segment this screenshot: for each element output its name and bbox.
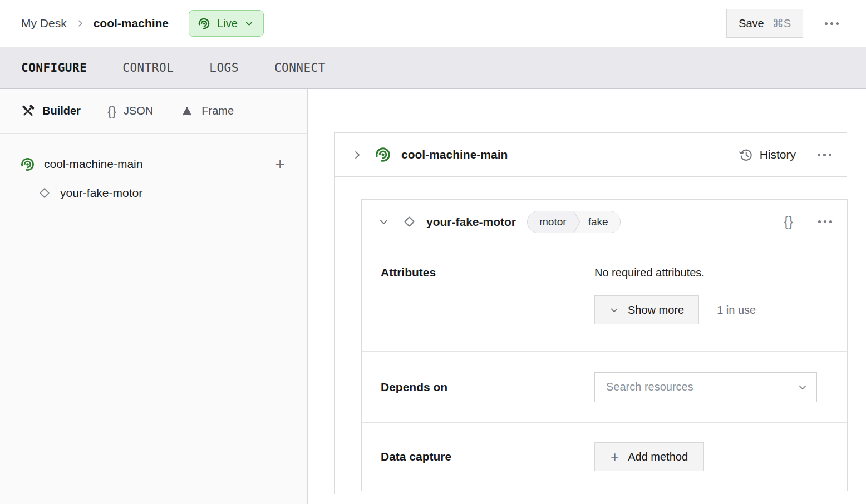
resource-tree: cool-machine-main + your-fake-motor <box>0 134 307 207</box>
tools-icon <box>21 104 35 118</box>
mode-frame-label: Frame <box>201 105 234 117</box>
attributes-section: Attributes No required attributes. Show … <box>362 244 847 351</box>
mode-frame[interactable]: Frame <box>180 104 234 118</box>
chevron-down-icon <box>244 19 254 28</box>
chevron-right-icon <box>76 19 85 28</box>
mode-builder-label: Builder <box>42 105 81 117</box>
search-resources-input[interactable] <box>606 381 798 393</box>
badge-divider <box>573 211 582 233</box>
plus-icon: + <box>611 449 619 464</box>
ellipsis-icon <box>824 22 839 26</box>
sidebar-mode-switcher: Builder {} JSON Frame <box>0 89 307 134</box>
tree-item-machine-part[interactable]: cool-machine-main + <box>0 150 307 179</box>
machine-part-icon <box>20 157 35 172</box>
component-title: your-fake-motor <box>426 215 516 229</box>
add-resource-button[interactable]: + <box>275 156 285 172</box>
show-more-label: Show more <box>628 304 684 317</box>
attributes-usage-text: 1 in use <box>717 304 756 317</box>
tree-item-component[interactable]: your-fake-motor <box>0 179 307 207</box>
tab-configure[interactable]: CONFIGURE <box>21 61 87 75</box>
save-shortcut-hint: ⌘S <box>772 17 791 30</box>
tree-root-label: cool-machine-main <box>44 157 142 171</box>
config-sidebar: Builder {} JSON Frame <box>0 89 308 504</box>
machine-part-card: cool-machine-main History <box>334 132 847 177</box>
history-icon <box>738 147 753 162</box>
ellipsis-icon <box>817 153 832 157</box>
component-card-menu-button[interactable] <box>818 220 833 224</box>
mode-builder[interactable]: Builder <box>21 104 81 118</box>
top-header: My Desk cool-machine Live Save ⌘S <box>0 0 866 47</box>
tree-connector-line <box>334 177 335 494</box>
config-main-panel: cool-machine-main History <box>308 89 866 504</box>
add-method-button[interactable]: + Add method <box>594 442 704 471</box>
tab-logs[interactable]: LOGS <box>209 61 239 75</box>
mode-json-label: JSON <box>124 105 153 117</box>
component-card-header: your-fake-motor motor fake {} <box>362 200 847 244</box>
breadcrumb-root-link[interactable]: My Desk <box>21 17 67 30</box>
component-diamond-icon <box>401 214 417 230</box>
header-overflow-menu-button[interactable] <box>824 22 839 26</box>
expand-chevron-right-icon[interactable] <box>352 150 362 160</box>
collapse-chevron-down-icon[interactable] <box>378 216 389 227</box>
show-more-button[interactable]: Show more <box>594 295 699 324</box>
add-method-label: Add method <box>628 451 688 463</box>
machine-part-icon <box>375 146 391 163</box>
save-button[interactable]: Save ⌘S <box>726 9 803 38</box>
machine-live-icon <box>198 17 210 30</box>
data-capture-label: Data capture <box>381 448 594 465</box>
component-diamond-icon <box>37 185 52 201</box>
primary-nav-tabs: CONFIGURE CONTROL LOGS CONNECT <box>0 47 866 89</box>
breadcrumb: My Desk cool-machine <box>21 17 169 30</box>
component-type-badge: motor fake <box>527 211 621 233</box>
depends-on-label: Depends on <box>381 379 594 396</box>
component-card: your-fake-motor motor fake {} Attributes <box>361 199 848 491</box>
chevron-down-icon <box>609 305 619 315</box>
select-chevron-down-icon <box>798 382 808 392</box>
attributes-empty-text: No required attributes. <box>594 264 756 281</box>
history-button[interactable]: History <box>738 147 796 162</box>
json-braces-icon: {} <box>107 105 116 118</box>
attributes-label: Attributes <box>381 264 594 351</box>
data-capture-section: Data capture + Add method <box>362 422 847 491</box>
tab-control[interactable]: CONTROL <box>122 61 174 75</box>
badge-type: motor <box>528 211 573 233</box>
breadcrumb-current: cool-machine <box>94 17 169 30</box>
badge-model: fake <box>582 211 620 233</box>
save-button-label: Save <box>739 17 764 30</box>
tab-connect[interactable]: CONNECT <box>274 61 326 75</box>
history-label: History <box>760 148 796 161</box>
depends-on-select[interactable] <box>594 372 817 402</box>
machine-card-menu-button[interactable] <box>817 153 832 157</box>
machine-status-dropdown[interactable]: Live <box>189 10 264 37</box>
frame-axes-icon <box>180 104 194 118</box>
machine-status-label: Live <box>217 17 238 30</box>
mode-json[interactable]: {} JSON <box>107 105 153 118</box>
machine-part-title: cool-machine-main <box>401 148 508 161</box>
edit-json-braces-icon[interactable]: {} <box>784 215 793 229</box>
ellipsis-icon <box>818 220 833 224</box>
tree-child-label: your-fake-motor <box>60 186 142 200</box>
depends-on-section: Depends on <box>362 351 847 422</box>
